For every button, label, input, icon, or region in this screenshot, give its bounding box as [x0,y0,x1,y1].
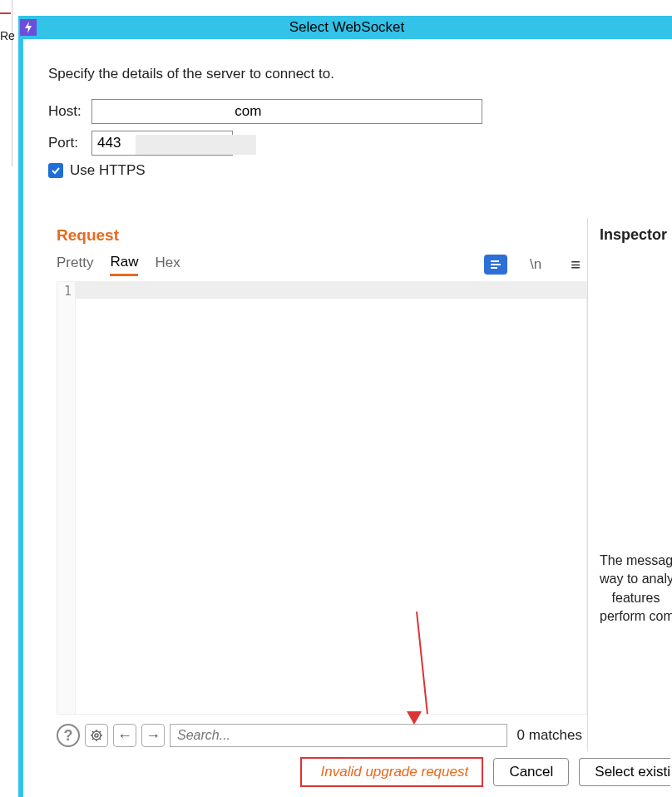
port-input[interactable] [91,131,233,156]
svg-point-3 [92,731,101,740]
host-input[interactable] [91,99,482,124]
svg-point-4 [95,734,98,737]
search-input[interactable] [170,724,507,747]
request-editor[interactable]: 1 [57,281,587,715]
help-icon[interactable]: ? [57,724,80,747]
use-https-checkbox[interactable] [48,163,63,178]
prev-button[interactable]: ← [113,724,136,747]
svg-rect-1 [491,264,501,265]
intro-text: Specify the details of the server to con… [48,66,647,82]
inspector-heading: Inspector [600,226,672,244]
hamburger-menu-icon[interactable]: ≡ [564,255,587,275]
svg-rect-2 [491,267,497,269]
request-heading: Request [57,226,587,245]
next-button[interactable]: → [141,724,165,747]
tab-pretty[interactable]: Pretty [57,255,93,275]
error-message: Invalid upgrade request [300,757,483,787]
svg-rect-0 [491,260,499,262]
gear-icon[interactable] [85,724,108,747]
port-label: Port: [48,135,91,151]
match-count: 0 matches [517,727,582,744]
format-icon[interactable] [484,255,507,275]
tab-hex[interactable]: Hex [155,255,180,275]
inspector-description: The message way to analy features perfor… [600,552,672,626]
select-existing-button[interactable]: Select existi [579,758,670,786]
background-window-fragment: Re [0,0,12,166]
cancel-button[interactable]: Cancel [493,758,569,786]
dialog-title: Select WebSocket [37,19,672,36]
tab-raw[interactable]: Raw [110,254,138,276]
use-https-label: Use HTTPS [70,162,146,179]
editor-gutter: 1 [57,282,76,714]
websocket-bolt-icon [20,19,37,36]
titlebar: Select WebSocket [18,16,672,39]
host-label: Host: [48,103,91,120]
newline-toggle-icon[interactable]: \n [524,255,547,275]
